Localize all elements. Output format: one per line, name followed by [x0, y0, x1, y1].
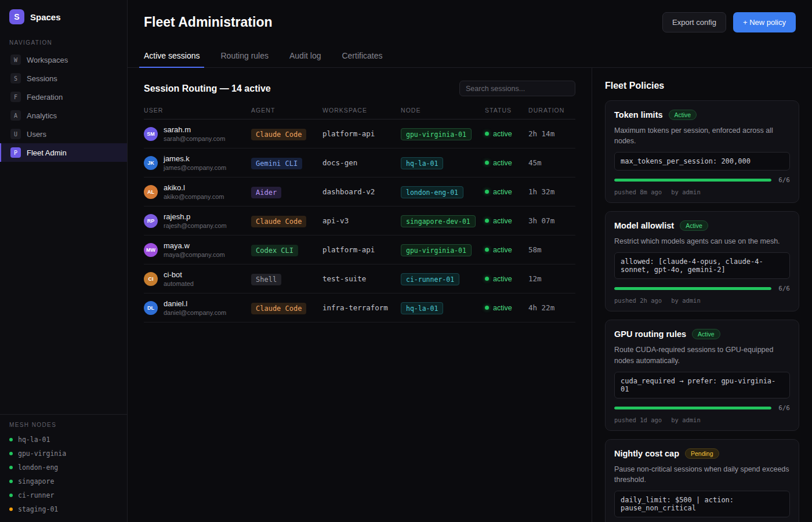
user-email: sarah@company.com — [164, 135, 225, 142]
table-row[interactable]: AL akiko.l akiko@company.com Aider dashb… — [144, 177, 575, 206]
main-area: Fleet Administration Export config + New… — [128, 0, 812, 522]
node-cell: hq-la-01 — [401, 158, 485, 168]
tab-audit-log[interactable]: Audit log — [289, 44, 321, 67]
agent-badge: Claude Code — [251, 216, 306, 227]
sidebar-item-sessions[interactable]: S Sessions — [0, 69, 127, 88]
new-policy-button[interactable]: + New policy — [733, 12, 796, 32]
column-header-status: STATUS — [485, 107, 528, 119]
nav-item-icon: P — [10, 147, 21, 158]
node-status-dot-icon — [9, 438, 13, 441]
status-text: active — [493, 130, 512, 138]
node-badge: gpu-virginia-01 — [401, 244, 472, 256]
agent-cell: Claude Code — [251, 129, 322, 139]
policy-card-model-allowlist[interactable]: Model allowlist Active Restrict which mo… — [605, 211, 799, 311]
column-header-workspace: WORKSPACE — [322, 107, 401, 119]
rollout-count: 6/6 — [778, 404, 790, 412]
column-header-agent: AGENT — [251, 107, 322, 119]
table-row[interactable]: DL daniel.l daniel@company.com Claude Co… — [144, 293, 575, 322]
node-badge: hq-la-01 — [401, 157, 443, 169]
user-meta: rajesh.p rajesh@company.com — [164, 212, 227, 229]
rollout-progress: 6/6 — [614, 176, 790, 184]
user-name: james.k — [164, 154, 226, 163]
node-status-dot-icon — [9, 494, 13, 497]
node-status-dot-icon — [9, 466, 13, 469]
avatar: JK — [144, 156, 158, 170]
agent-badge: Claude Code — [251, 129, 306, 140]
session-status: active — [485, 246, 528, 254]
policy-footer: pushed 1d ago by admin — [614, 416, 790, 423]
agent-cell: Codex CLI — [251, 245, 322, 255]
navigation-section-label: NAVIGATION — [0, 39, 127, 46]
node-badge: gpu-virginia-01 — [401, 128, 472, 140]
node-badge: singapore-dev-01 — [401, 215, 476, 227]
user-meta: ci-bot automated — [164, 270, 194, 287]
rollout-progress-bar — [614, 407, 771, 409]
rollout-count: 6/6 — [778, 285, 790, 292]
nav-item-icon: U — [10, 129, 21, 139]
table-row[interactable]: SM sarah.m sarah@company.com Claude Code… — [144, 119, 575, 148]
policy-status-badge: Pending — [685, 448, 719, 459]
mesh-node-list: hq-la-01 gpu-virginia london-eng singapo… — [0, 433, 127, 516]
user-cell: CI ci-bot automated — [144, 270, 251, 287]
rollout-progress: 6/6 — [614, 404, 790, 412]
node-cell: hq-la-01 — [401, 303, 485, 313]
tab-certificates[interactable]: Certificates — [342, 44, 382, 67]
mesh-node-name: staging-01 — [18, 505, 58, 513]
agent-cell: Claude Code — [251, 216, 322, 226]
user-email: automated — [164, 280, 194, 287]
session-status: active — [485, 159, 528, 167]
sessions-header: Session Routing — 14 active — [144, 81, 575, 96]
workspace-name: docs-gen — [322, 158, 401, 167]
search-input[interactable] — [459, 81, 575, 96]
column-header-duration: DURATION — [528, 107, 575, 119]
agent-badge: Aider — [251, 187, 281, 198]
table-row[interactable]: CI ci-bot automated Shell test-suite ci-… — [144, 264, 575, 293]
avatar: RP — [144, 214, 158, 228]
mesh-node-singapore: singapore — [0, 474, 127, 488]
session-status: active — [485, 130, 528, 138]
sidebar-item-users[interactable]: U Users — [0, 125, 127, 143]
agent-cell: Claude Code — [251, 303, 322, 313]
policy-author: by admin — [671, 297, 701, 304]
table-row[interactable]: JK james.k james@company.com Gemini CLI … — [144, 148, 575, 177]
policy-pushed-time: pushed 8m ago — [614, 188, 662, 195]
policy-card-nightly-cost-cap[interactable]: Nightly cost cap Pending Pause non-criti… — [605, 439, 799, 522]
node-cell: gpu-virginia-01 — [401, 245, 485, 255]
tab-routing-rules[interactable]: Routing rules — [220, 44, 269, 67]
node-badge: ci-runner-01 — [401, 273, 459, 285]
export-config-button[interactable]: Export config — [662, 12, 726, 32]
mesh-node-gpu-virginia: gpu-virginia — [0, 447, 127, 461]
sidebar-item-federation[interactable]: F Federation — [0, 88, 127, 106]
mesh-node-ci-runner: ci-runner — [0, 488, 127, 502]
tab-bar: Active sessionsRouting rulesAudit logCer… — [128, 44, 812, 68]
table-row[interactable]: RP rajesh.p rajesh@company.com Claude Co… — [144, 206, 575, 235]
app-name: Spaces — [30, 12, 61, 22]
user-email: maya@company.com — [164, 251, 225, 258]
sidebar-item-label: Federation — [27, 93, 63, 102]
sidebar-nav: W Workspaces S Sessions F Federation A A… — [0, 50, 127, 162]
sidebar-item-fleet-admin[interactable]: P Fleet Admin — [0, 143, 127, 162]
policy-name: Model allowlist — [614, 221, 674, 230]
rollout-progress-fill — [614, 179, 771, 182]
policy-card-token-limits[interactable]: Token limits Active Maximum tokens per s… — [605, 100, 799, 203]
node-cell: london-eng-01 — [401, 187, 485, 197]
app-logo[interactable]: S Spaces — [0, 0, 127, 32]
mesh-node-name: ci-runner — [18, 491, 54, 499]
policy-card-header: Model allowlist Active — [614, 220, 790, 231]
user-cell: MW maya.w maya@company.com — [144, 241, 251, 258]
nav-item-icon: W — [10, 55, 21, 65]
status-dot-icon — [485, 132, 489, 136]
user-meta: maya.w maya@company.com — [164, 241, 225, 258]
policies-title: Fleet Policies — [605, 81, 799, 91]
sidebar-item-workspaces[interactable]: W Workspaces — [0, 50, 127, 69]
sidebar-item-analytics[interactable]: A Analytics — [0, 106, 127, 125]
tab-active-sessions[interactable]: Active sessions — [144, 44, 200, 67]
policy-card-gpu-routing-rules[interactable]: GPU routing rules Active Route CUDA-requ… — [605, 320, 799, 430]
workspace-name: platform-api — [322, 245, 401, 254]
table-row[interactable]: MW maya.w maya@company.com Codex CLI pla… — [144, 235, 575, 264]
avatar: CI — [144, 272, 158, 286]
mesh-node-name: singapore — [18, 477, 54, 485]
node-status-dot-icon — [9, 507, 13, 511]
agent-badge: Gemini CLI — [251, 158, 302, 169]
sessions-table: USERAGENTWORKSPACENODESTATUSDURATION SM … — [144, 107, 575, 322]
